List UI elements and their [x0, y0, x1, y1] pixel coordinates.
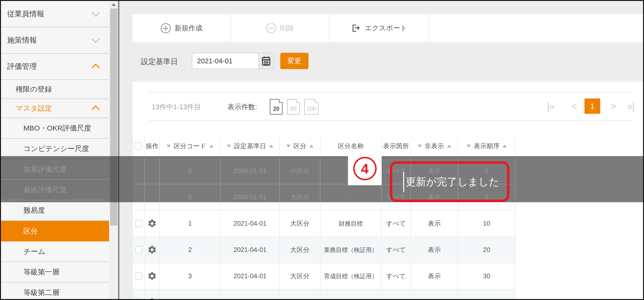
- column-header-3[interactable]: 区分: [280, 134, 320, 158]
- annotation-red-rectangle: [390, 161, 509, 202]
- base-date-input[interactable]: [192, 53, 259, 69]
- sidebar-item-13[interactable]: 等級第二層: [1, 282, 109, 300]
- chevron-down-icon: [92, 8, 100, 17]
- pagination-page-1[interactable]: 1: [584, 98, 600, 114]
- sidebar-item-label: コンピテンシー尺度: [24, 144, 89, 154]
- pagination-first-icon[interactable]: |«: [547, 98, 554, 114]
- screenshot-frame: 従業員情報施策情報評価管理権限の登録マスタ設定MBO・OKR評価尺度コンピテンシ…: [0, 0, 644, 300]
- column-header-2[interactable]: 設定基準日: [221, 134, 280, 158]
- cell-name: [320, 290, 382, 300]
- sidebar-item-9[interactable]: 難易度: [1, 200, 109, 221]
- sidebar-item-12[interactable]: 等級第一層: [1, 262, 109, 282]
- gear-icon[interactable]: [147, 245, 157, 254]
- chevron-up-icon: [92, 64, 100, 72]
- sidebar-item-5[interactable]: MBO・OKR評価尺度: [1, 118, 109, 139]
- calendar-icon: [262, 56, 271, 66]
- cell-base-date: 2021-04-01: [221, 263, 280, 290]
- sort-asc-icon[interactable]: [502, 144, 507, 148]
- sidebar-item-label: マスタ設定: [16, 104, 52, 113]
- sidebar-item-4[interactable]: マスタ設定: [1, 99, 109, 118]
- page-size-label: 表示件数:: [228, 102, 257, 112]
- cell-category: 大区分: [280, 263, 320, 290]
- cell-base-date: 2021-04-01: [221, 237, 280, 263]
- sidebar-item-0[interactable]: 従業員情報: [1, 1, 109, 27]
- table-row: [133, 290, 516, 300]
- scrollbar-up-arrow-icon[interactable]: [109, 1, 118, 8]
- column-header-7[interactable]: 表示順序: [458, 134, 516, 158]
- sort-desc-icon[interactable]: [227, 144, 231, 148]
- sidebar-item-label: 加算評価尺度: [24, 164, 66, 174]
- sidebar-divider: [118, 1, 119, 299]
- sort-desc-icon[interactable]: [466, 144, 471, 148]
- create-button[interactable]: 新規作成: [132, 14, 231, 42]
- sidebar-item-10[interactable]: 区分: [1, 221, 109, 242]
- sidebar-item-1[interactable]: 施策情報: [1, 27, 109, 54]
- cell-category: 大区分: [280, 184, 320, 210]
- gear-icon[interactable]: [147, 219, 157, 228]
- pagination-prev-icon[interactable]: <: [571, 98, 577, 114]
- row-actions-cell: [145, 184, 160, 210]
- sidebar-item-label: MBO・OKR評価尺度: [24, 123, 91, 133]
- change-button[interactable]: 変更: [280, 53, 308, 69]
- sidebar-scrollbar[interactable]: [109, 1, 118, 299]
- select-all-checkbox[interactable]: [134, 142, 142, 150]
- gear-icon[interactable]: [147, 271, 157, 281]
- table-row: 12021-04-01大区分財務目標すべて表示10: [133, 210, 516, 237]
- delete-button[interactable]: 削除: [231, 14, 330, 42]
- sidebar-item-2[interactable]: 評価管理: [1, 54, 109, 80]
- sort-asc-icon[interactable]: [309, 144, 314, 148]
- row-checkbox-cell: [133, 290, 145, 300]
- page-size-20[interactable]: 20: [270, 99, 283, 115]
- sidebar-item-11[interactable]: チーム: [1, 242, 109, 262]
- cell-name: 育成目標（検証用）: [320, 263, 382, 290]
- sort-desc-icon[interactable]: [166, 144, 171, 148]
- sort-desc-icon[interactable]: [418, 144, 422, 148]
- cell-code: 2: [160, 237, 221, 263]
- base-date-label: 設定基準日: [141, 57, 178, 67]
- circled-number-icon: 4: [353, 157, 377, 180]
- export-button[interactable]: エクスポート: [330, 14, 429, 42]
- row-checkbox-cell: [133, 184, 145, 210]
- divider: [149, 120, 632, 121]
- sidebar-item-label: 施策情報: [7, 35, 37, 45]
- sidebar-item-7[interactable]: 加算評価尺度: [1, 159, 109, 180]
- sidebar-item-label: 等級第一層: [24, 267, 59, 277]
- pagination-last-icon[interactable]: »|: [627, 98, 634, 114]
- cell-order: [458, 290, 516, 300]
- cell-display-place: [382, 290, 411, 300]
- result-count: 13件中1-13件目: [152, 102, 201, 112]
- sort-desc-icon[interactable]: [286, 144, 290, 148]
- row-checkbox[interactable]: [135, 246, 142, 254]
- cell-display-place: すべて: [382, 210, 411, 237]
- column-header-4[interactable]: 区分名称: [320, 134, 382, 158]
- column-header-label: 操作: [146, 142, 158, 150]
- cell-order: 20: [458, 237, 516, 263]
- gear-icon[interactable]: [147, 298, 157, 300]
- table-header-row: 操作区分コード設定基準日区分区分名称表示箇所非表示表示順序: [133, 134, 516, 158]
- cell-order: 10: [458, 210, 516, 237]
- cell-display-place: すべて: [382, 237, 411, 263]
- row-checkbox[interactable]: [135, 299, 142, 300]
- export-icon: [351, 23, 361, 33]
- sort-asc-icon[interactable]: [447, 144, 451, 148]
- sidebar-item-3[interactable]: 権限の登録: [1, 80, 109, 99]
- column-header-1[interactable]: 区分コード: [160, 134, 221, 158]
- sort-asc-icon[interactable]: [209, 144, 214, 148]
- cell-code: 1: [160, 210, 221, 237]
- divider: [149, 92, 632, 92]
- column-header-0[interactable]: 操作: [145, 134, 160, 158]
- row-checkbox-cell: [133, 237, 145, 263]
- calendar-button[interactable]: [259, 53, 274, 69]
- circle-plus-icon: [161, 23, 171, 33]
- page-size-100[interactable]: 100: [304, 99, 318, 115]
- row-checkbox[interactable]: [135, 220, 142, 227]
- cell-category: 大区分: [280, 210, 320, 237]
- sidebar-item-8[interactable]: 最終評価尺度: [1, 180, 109, 200]
- page-size-50[interactable]: 50: [287, 99, 300, 115]
- pagination-next-icon[interactable]: >: [610, 98, 616, 114]
- column-header-5[interactable]: 表示箇所: [382, 134, 411, 158]
- row-actions-cell: [145, 263, 160, 290]
- row-checkbox[interactable]: [135, 272, 142, 280]
- sort-asc-icon[interactable]: [269, 144, 273, 148]
- column-header-6[interactable]: 非表示: [411, 134, 458, 158]
